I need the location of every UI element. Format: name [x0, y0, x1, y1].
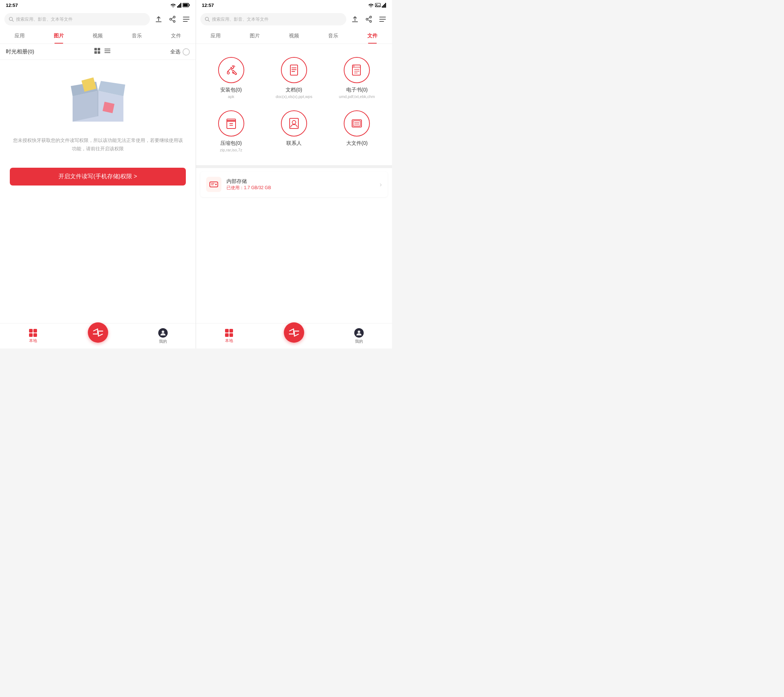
- select-circle: [183, 48, 190, 56]
- tab-video-left[interactable]: 视频: [78, 28, 118, 44]
- list-view-icon[interactable]: [104, 48, 111, 56]
- nav-my-left[interactable]: 我的: [152, 328, 174, 344]
- left-search-area: 搜索应用、影音、文本等文件: [0, 10, 196, 28]
- svg-line-14: [171, 17, 173, 19]
- svg-line-8: [12, 20, 14, 22]
- svg-point-54: [227, 72, 229, 74]
- cat-apk[interactable]: 安装包(0) apk: [199, 51, 262, 105]
- svg-rect-6: [183, 4, 188, 7]
- right-share-icon[interactable]: [364, 14, 374, 24]
- ebook-icon-circle: [344, 57, 370, 83]
- tab-music-left[interactable]: 音乐: [117, 28, 156, 44]
- cat-archive[interactable]: 压缩包(0) zip,rar,iso,7z: [199, 105, 262, 158]
- svg-rect-20: [98, 48, 100, 51]
- album-view-icons: [94, 48, 111, 56]
- tab-apps-left[interactable]: 应用: [0, 28, 39, 44]
- bigfile-name: 大文件(0): [346, 140, 368, 147]
- svg-line-50: [368, 20, 370, 21]
- cat-ebook[interactable]: 电子书(0) umd,pdf,txt,ebk,chm: [326, 51, 389, 105]
- contact-name: 联系人: [287, 140, 301, 147]
- divider: [196, 165, 392, 168]
- svg-point-48: [370, 21, 372, 23]
- right-local-icon: [225, 329, 233, 337]
- album-title: 时光相册(0): [6, 48, 34, 55]
- grid-view-icon[interactable]: [94, 48, 100, 56]
- archive-icon-circle: [218, 110, 244, 137]
- ebook-sub: umd,pdf,txt,ebk,chm: [339, 94, 375, 99]
- contact-icon: [287, 117, 301, 130]
- right-panel: 12:57 搜索应用、影音、文本等文件: [196, 0, 392, 348]
- cat-doc[interactable]: 文档(0) doc(x),xls(x),ppt,wps: [262, 51, 325, 105]
- right-photo-icon: [375, 3, 381, 8]
- right-search-area: 搜索应用、影音、文本等文件: [196, 10, 392, 28]
- upload-icon[interactable]: [153, 14, 164, 24]
- svg-rect-65: [227, 120, 236, 129]
- tab-music-right[interactable]: 音乐: [314, 28, 353, 44]
- left-tab-bar: 应用 图片 视频 音乐 文件: [0, 28, 196, 44]
- nav-local-right[interactable]: 本地: [218, 329, 240, 343]
- svg-rect-38: [382, 6, 383, 8]
- cat-bigfile[interactable]: 大文件(0): [326, 105, 389, 158]
- box-svg: [62, 71, 134, 129]
- svg-rect-0: [177, 6, 178, 8]
- doc-icon-circle: [281, 57, 307, 83]
- svg-rect-3: [180, 3, 181, 8]
- empty-text: 您未授权快牙获取您的文件读写权限，所以该功能无法正常使用，若要继续使用该功能，请…: [11, 136, 185, 153]
- left-search-placeholder: 搜索应用、影音、文本等文件: [16, 16, 72, 23]
- tab-photos-left[interactable]: 图片: [39, 28, 78, 44]
- storage-section[interactable]: 内部存储 已使用：1.7 GB/32 GB ›: [200, 172, 388, 197]
- nav-local-left[interactable]: 本地: [22, 329, 44, 343]
- svg-point-70: [292, 120, 296, 124]
- menu-icon[interactable]: [181, 14, 191, 24]
- left-search-box[interactable]: 搜索应用、影音、文本等文件: [4, 13, 150, 25]
- svg-rect-40: [384, 4, 385, 8]
- right-content: 安装包(0) apk 文档(0) doc(x),xls(x),ppt,wps 电…: [196, 44, 392, 323]
- svg-line-43: [208, 20, 210, 22]
- storage-sub: 已使用：1.7 GB/32 GB: [226, 185, 375, 191]
- svg-rect-39: [383, 5, 384, 8]
- share-icon[interactable]: [167, 14, 178, 24]
- right-search-icon: [205, 17, 210, 22]
- left-content: 时光相册(0) 全选: [0, 44, 196, 323]
- signal-icon: [177, 3, 181, 8]
- right-upload-icon[interactable]: [350, 14, 360, 24]
- tab-apps-right[interactable]: 应用: [196, 28, 235, 44]
- ebook-name: 电子书(0): [346, 87, 368, 93]
- archive-icon: [225, 117, 238, 130]
- contact-icon-circle: [281, 110, 307, 137]
- archive-sub: zip,rar,iso,7z: [220, 148, 242, 152]
- svg-point-37: [376, 4, 377, 5]
- right-time: 12:57: [202, 3, 214, 8]
- svg-rect-41: [385, 3, 386, 8]
- right-search-box[interactable]: 搜索应用、影音、文本等文件: [200, 13, 346, 25]
- right-bottom-nav: 本地 我的: [196, 323, 392, 348]
- left-status-icons: [170, 3, 190, 8]
- wrench-icon: [225, 64, 238, 77]
- left-status-bar: 12:57: [0, 0, 196, 10]
- right-tab-bar: 应用 图片 视频 音乐 文件: [196, 28, 392, 44]
- permission-button[interactable]: 开启文件读写(手机存储)权限 >: [10, 168, 186, 186]
- svg-line-49: [368, 17, 370, 19]
- svg-rect-22: [98, 51, 100, 54]
- empty-box-illustration: [62, 71, 134, 129]
- right-search-placeholder: 搜索应用、影音、文本等文件: [212, 16, 268, 23]
- album-header: 时光相册(0) 全选: [0, 44, 196, 60]
- nav-transfer-left[interactable]: [88, 322, 108, 343]
- tab-video-right[interactable]: 视频: [274, 28, 314, 44]
- apk-sub: apk: [228, 94, 234, 99]
- tab-files-left[interactable]: 文件: [156, 28, 196, 44]
- cat-contact[interactable]: 联系人: [262, 105, 325, 158]
- tab-photos-right[interactable]: 图片: [235, 28, 274, 44]
- nav-my-right[interactable]: 我的: [348, 328, 370, 344]
- bigfile-icon: [350, 117, 363, 130]
- left-time: 12:57: [6, 3, 18, 8]
- tab-files-right[interactable]: 文件: [353, 28, 392, 44]
- nav-transfer-right[interactable]: [284, 322, 304, 343]
- select-all-btn[interactable]: 全选: [170, 48, 190, 56]
- right-menu-icon[interactable]: [377, 14, 388, 24]
- apk-icon-circle: [218, 57, 244, 83]
- left-bottom-nav: 本地 我的: [0, 323, 196, 348]
- svg-point-81: [358, 330, 361, 333]
- storage-icon: [206, 177, 221, 192]
- svg-point-47: [370, 16, 372, 18]
